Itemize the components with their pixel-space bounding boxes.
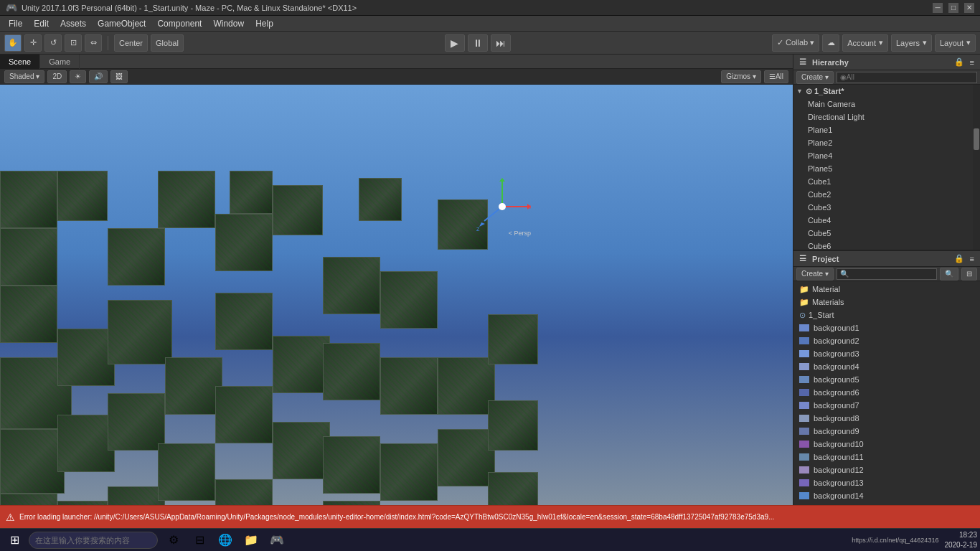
hierarchy-item-cube1[interactable]: Cube1 (793, 175, 973, 188)
hierarchy-item-cube2[interactable]: Cube2 (793, 188, 973, 201)
taskbar-app-edge[interactable]: 🌐 (214, 530, 237, 550)
cube2-label: Cube2 (808, 190, 831, 199)
taskbar-app-explorer[interactable]: 📁 (240, 530, 263, 550)
hierarchy-item-cube3[interactable]: Cube3 (793, 201, 973, 214)
hierarchy-scrollbar[interactable] (973, 85, 980, 250)
minimize-button[interactable]: ─ (933, 3, 943, 13)
hierarchy-scrollbar-thumb[interactable] (974, 128, 979, 150)
project-item-background8[interactable]: background8 (793, 412, 980, 425)
hierarchy-item-plane1[interactable]: Plane1 (793, 123, 973, 136)
tab-scene[interactable]: Scene (0, 55, 40, 69)
project-item-background5[interactable]: background5 (793, 373, 980, 386)
cloud-button[interactable]: ☁ (822, 34, 839, 52)
svg-marker-1 (527, 204, 531, 209)
hierarchy-item-cube6[interactable]: Cube6 (793, 240, 973, 250)
project-item-background9[interactable]: background9 (793, 425, 980, 438)
project-item-label: background6 (814, 388, 859, 397)
all-filter-button[interactable]: ☰All (764, 70, 788, 83)
gizmos-button[interactable]: Gizmos ▾ (721, 70, 761, 83)
project-item-background12[interactable]: background12 (793, 463, 980, 476)
project-item-background6[interactable]: background6 (793, 386, 980, 399)
menu-gameobject[interactable]: GameObject (92, 17, 151, 30)
project-search-input[interactable] (837, 268, 937, 280)
hierarchy-lock-icon[interactable]: 🔒 (954, 57, 964, 67)
project-lock-icon[interactable]: 🔒 (954, 254, 964, 263)
hierarchy-item-plane4[interactable]: Plane4 (793, 149, 973, 162)
pause-button[interactable]: ⏸ (468, 34, 488, 52)
project-item-label: background14 (814, 491, 864, 500)
center-button[interactable]: Center (114, 34, 148, 52)
maze-cube-grid: x z < Persp (0, 85, 793, 505)
menu-help[interactable]: Help (250, 17, 279, 30)
hand-tool-button[interactable]: ✋ (4, 34, 22, 52)
start-button[interactable]: ⊞ (3, 530, 26, 550)
account-button[interactable]: Account ▾ (842, 34, 888, 52)
menu-edit[interactable]: Edit (28, 17, 55, 30)
maze-cube (380, 271, 438, 329)
maze-cube (0, 286, 57, 343)
project-item-background1[interactable]: background1 (793, 321, 980, 334)
menu-file[interactable]: File (3, 17, 28, 30)
maze-cube (438, 429, 495, 486)
menu-component[interactable]: Component (151, 17, 207, 30)
project-item-background7[interactable]: background7 (793, 399, 980, 412)
taskbar-search-input[interactable] (29, 532, 158, 549)
rect-tool-button[interactable]: ⇔ (85, 34, 102, 52)
project-item-background11[interactable]: background11 (793, 451, 980, 463)
project-icon: ☰ (799, 254, 806, 263)
project-options-icon[interactable]: ≡ (970, 255, 974, 263)
texture-icon (799, 492, 809, 499)
shaded-button[interactable]: Shaded ▾ (4, 70, 44, 83)
folder-icon: 📁 (799, 298, 809, 307)
hierarchy-create-button[interactable]: Create ▾ (796, 71, 834, 84)
project-item-1start[interactable]: ⊙ 1_Start (793, 309, 980, 321)
hierarchy-item-plane2[interactable]: Plane2 (793, 136, 973, 149)
hierarchy-item-plane5[interactable]: Plane5 (793, 162, 973, 175)
maze-cube (0, 171, 57, 228)
project-item-materials[interactable]: 📁 Materials (793, 296, 980, 309)
project-create-button[interactable]: Create ▾ (796, 268, 834, 281)
play-button[interactable]: ▶ (445, 34, 465, 52)
hierarchy-item-main-camera[interactable]: Main Camera (793, 98, 973, 110)
layers-button[interactable]: Layers ▾ (891, 34, 932, 52)
global-button[interactable]: Global (151, 34, 184, 52)
project-sort-btn[interactable]: ⊟ (961, 268, 977, 281)
hierarchy-options-icon[interactable]: ≡ (970, 58, 974, 67)
2d-button[interactable]: 2D (47, 70, 67, 83)
hierarchy-search-input[interactable] (837, 72, 977, 83)
project-item-material[interactable]: 📁 Material (793, 283, 980, 296)
hierarchy-scene-root[interactable]: ▼ ⊙ 1_Start* (793, 85, 973, 98)
hierarchy-item-cube5[interactable]: Cube5 (793, 227, 973, 240)
maximize-button[interactable]: □ (948, 3, 958, 13)
maze-cube (57, 171, 108, 221)
project-search-btn[interactable]: 🔍 (940, 268, 958, 281)
scale-tool-button[interactable]: ⊡ (65, 34, 82, 52)
tab-game[interactable]: Game (40, 55, 80, 69)
audio-button[interactable]: 🔊 (89, 70, 108, 83)
layout-button[interactable]: Layout ▾ (935, 34, 976, 52)
project-item-background4[interactable]: background4 (793, 360, 980, 373)
step-button[interactable]: ⏭ (491, 34, 511, 52)
image-effects-button[interactable]: 🖼 (110, 70, 128, 83)
lighting-button[interactable]: ☀ (70, 70, 86, 83)
project-item-background14[interactable]: background14 (793, 489, 980, 502)
project-item-background3[interactable]: background3 (793, 347, 980, 360)
translate-tool-button[interactable]: ✛ (24, 34, 42, 52)
project-item-background13[interactable]: background13 (793, 476, 980, 489)
taskbar-app-unity[interactable]: 🎮 (265, 530, 288, 550)
hierarchy-item-cube4[interactable]: Cube4 (793, 214, 973, 227)
project-item-background2[interactable]: background2 (793, 334, 980, 347)
rotate-tool-button[interactable]: ↺ (44, 34, 62, 52)
close-button[interactable]: ✕ (964, 3, 974, 13)
project-item-label: background5 (814, 375, 859, 384)
scene-view[interactable]: x z < Persp (0, 85, 793, 505)
hierarchy-title: Hierarchy (812, 58, 849, 67)
folder-icon: 📁 (799, 285, 809, 294)
taskbar-app-taskview[interactable]: ⊟ (188, 530, 211, 550)
taskbar-app-cortana[interactable]: ⚙ (162, 530, 185, 550)
project-item-background10[interactable]: background10 (793, 438, 980, 451)
menu-window[interactable]: Window (207, 17, 250, 30)
menu-assets[interactable]: Assets (55, 17, 92, 30)
hierarchy-item-directional-light[interactable]: Directional Light (793, 110, 973, 123)
collab-button[interactable]: ✓ Collab ▾ (772, 34, 819, 52)
